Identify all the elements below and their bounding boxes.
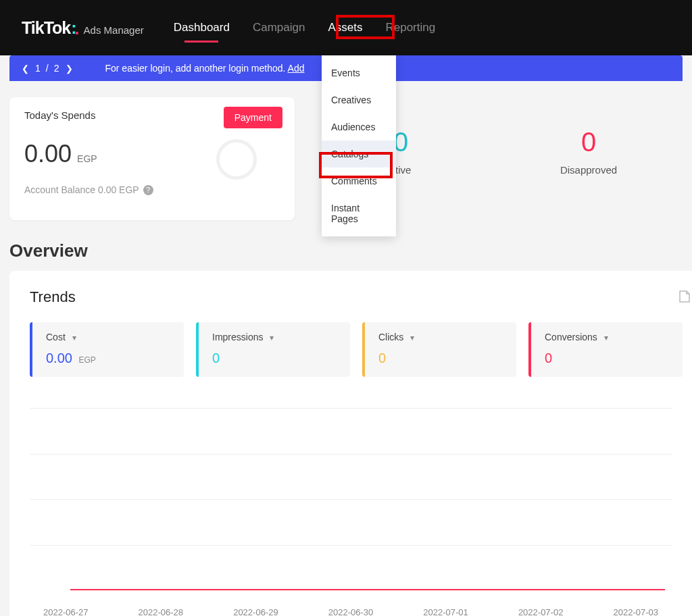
assets-dropdown: Events Creatives Audiences Catalogs Comm… [322,55,396,236]
notice-page-sep: / [46,63,49,74]
trends-heading: Trends [30,288,692,306]
nav-campaign[interactable]: Campaign [253,17,305,38]
top-nav: TikTok : . Ads Manager Dashboard Campaig… [0,0,692,55]
metric-conversions-value: 0 [545,351,672,366]
brand: TikTok : . Ads Manager [22,18,144,38]
brand-sub: Ads Manager [84,24,144,36]
x-tick: 2022-06-30 [328,607,374,616]
balance-label: Account Balance 0.00 EGP [24,184,139,195]
export-icon[interactable] [678,290,691,307]
metric-impressions-value: 0 [212,351,339,366]
x-tick: 2022-06-29 [233,607,278,616]
metric-cost-title: Cost ▾ [46,332,173,342]
chart-series-line [70,589,665,590]
trend-chart: 2022-06-27 2022-06-28 2022-06-29 2022-06… [30,408,672,616]
nav-dashboard[interactable]: Dashboard [174,17,230,38]
metric-clicks-value: 0 [378,351,505,366]
metric-cost-value-row: 0.00 EGP [46,351,173,366]
metric-cost-label: Cost [46,332,66,342]
brand-accent-icon: . [75,19,80,38]
x-tick: 2022-07-03 [613,607,658,616]
spend-card: Today's Spends Payment 0.00 EGP Account … [9,97,295,220]
spend-ring-icon [216,139,257,180]
metric-conversions[interactable]: Conversions ▾ 0 [528,322,683,377]
metric-impressions-title: Impressions ▾ [212,332,339,342]
next-arrow-icon[interactable]: ❯ [61,63,76,74]
prev-arrow-icon[interactable]: ❮ [18,63,32,74]
metric-cost[interactable]: Cost ▾ 0.00 EGP [30,322,184,377]
metric-clicks-label: Clicks [378,332,403,342]
notice-page-total: 2 [54,63,59,74]
metric-conversions-title: Conversions ▾ [545,332,672,342]
dd-events[interactable]: Events [322,59,396,86]
chevron-down-icon: ▾ [410,333,414,342]
metric-clicks-title: Clicks ▾ [378,332,505,342]
nav-assets[interactable]: Assets [328,17,362,38]
x-tick: 2022-07-02 [518,607,564,616]
metric-impressions-label: Impressions [212,332,263,342]
x-tick: 2022-06-28 [139,607,184,616]
nav-items: Dashboard Campaign Assets Reporting [174,17,458,38]
payment-button[interactable]: Payment [224,107,282,128]
metric-row: Cost ▾ 0.00 EGP Impressions ▾ 0 Clicks ▾… [30,322,683,377]
x-tick: 2022-07-01 [423,607,468,616]
metric-impressions[interactable]: Impressions ▾ 0 [196,322,350,377]
notice-add-link[interactable]: Add [288,63,305,74]
help-icon[interactable]: ? [143,185,153,195]
overview-heading: Overview [9,240,692,261]
status-disapproved-label: Disapproved [495,164,683,176]
metric-cost-value: 0.00 [46,351,72,365]
dd-instant-pages[interactable]: Instant Pages [322,195,396,232]
x-tick: 2022-06-27 [43,607,89,616]
spend-value: 0.00 [24,140,72,168]
dd-audiences[interactable]: Audiences [322,113,396,140]
status-disapproved-col: 0 Disapproved [495,97,683,220]
nav-reporting[interactable]: Reporting [385,17,435,38]
balance-row: Account Balance 0.00 EGP ? [24,184,280,195]
metric-conversions-label: Conversions [545,332,597,342]
status-disapproved-value: 0 [495,127,683,157]
chevron-down-icon: ▾ [604,333,608,342]
chart-gridlines [30,408,672,590]
notice-text: For easier login, add another login meth… [105,63,285,74]
metric-cost-currency: EGP [79,355,96,365]
notice-message: For easier login, add another login meth… [105,63,304,74]
dd-creatives[interactable]: Creatives [322,86,396,113]
notice-page-cur: 1 [35,63,41,74]
brand-logo: TikTok [22,18,70,38]
chevron-down-icon: ▾ [270,333,274,342]
metric-clicks[interactable]: Clicks ▾ 0 [362,322,516,377]
spend-currency: EGP [77,153,97,164]
trends-card: Trends Cost ▾ 0.00 EGP Impressions ▾ 0 C… [9,271,692,616]
dd-comments[interactable]: Comments [322,168,396,195]
dd-catalogs[interactable]: Catalogs [322,140,396,168]
chart-x-axis: 2022-06-27 2022-06-28 2022-06-29 2022-06… [30,607,672,616]
chevron-down-icon: ▾ [72,333,76,342]
